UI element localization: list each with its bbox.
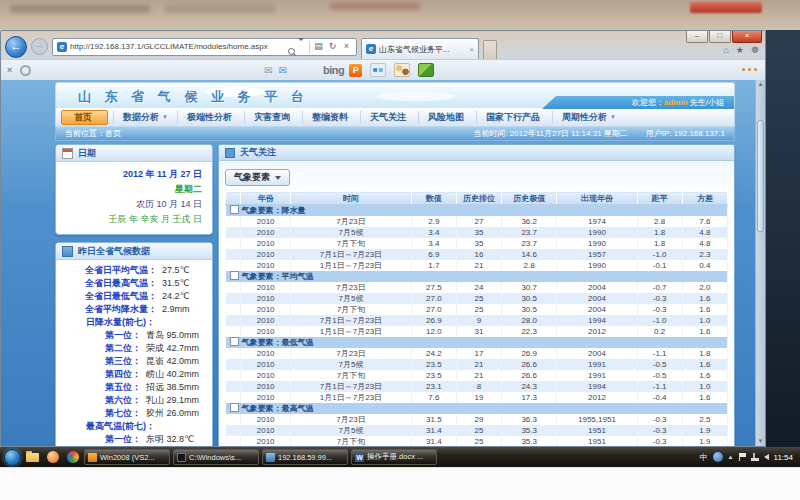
main-nav: 首页 数据分析 ▼ 极端性分析 [55,108,735,127]
browser-titlebar: ← → e http://192.168.137.1/GLCCLIMATE/mo… [1,31,765,59]
favorites-star-icon[interactable]: ★ [736,45,744,55]
section-header-row[interactable]: 气象要素：降水量 [226,205,728,217]
compat-view-icon[interactable]: ▤ [313,42,324,51]
show-hidden-icons[interactable]: ▲ [728,454,734,460]
maximize-button[interactable]: □ [709,31,731,43]
breadcrumb: 当前位置：首页 [65,128,121,139]
collapse-checkbox[interactable] [230,337,239,346]
section-header-row[interactable]: 气象要素：平均气温 [226,271,728,282]
nav-item[interactable]: 灾害查询 [244,111,302,124]
cell-rank: 31 [456,326,501,337]
browser-orb-icon[interactable] [64,450,81,465]
home-icon[interactable]: ⌂ [723,45,728,55]
taskbar-button-word[interactable]: W 操作手册.docx ... [351,449,437,465]
speaker-icon[interactable] [764,454,769,460]
nav-item[interactable]: 天气关注 [360,111,418,124]
action-center-flag-icon[interactable] [739,453,746,461]
cell-rank: 21 [456,370,501,381]
start-button[interactable] [4,449,21,466]
cell-year: 2010 [241,315,291,326]
collapse-checkbox[interactable] [230,205,239,214]
nav-item[interactable]: 极端性分析 [177,111,244,124]
vertical-scrollbar[interactable]: ▲ ▼ [755,80,765,446]
toolbar-addon-icon-2[interactable] [394,63,410,77]
taskbar-button-cmd[interactable]: C:\Windows\s... [173,449,259,465]
search-addon-icon[interactable]: P [349,64,362,77]
mail-icon[interactable]: ✉ [264,65,272,76]
nav-item[interactable]: 数据分析 ▼ [113,111,177,124]
stop-icon[interactable]: × [341,42,352,51]
cell-rank: 27 [456,216,501,227]
expander-cell [226,293,241,304]
toolbar-overflow-dots[interactable] [742,68,757,71]
address-bar[interactable]: e http://192.168.137.1/GLCCLIMATE/module… [52,38,357,56]
cell-time: 7月23日 [291,216,411,227]
cell-time: 7月1日～7月23日 [291,315,411,326]
element-filter-button[interactable]: 气象要素 [225,169,290,186]
nav-item[interactable]: 国家下行产品 [476,111,552,124]
media-player-icon[interactable] [44,450,61,465]
forward-button[interactable]: → [31,38,48,55]
tools-gear-icon[interactable]: ☸ [751,45,759,55]
table-row: 2010 7月23日 27.5 24 30.7 2004 -0.7 [226,282,728,293]
clock[interactable]: 11:54 [774,453,793,462]
rank-position: 第五位： [105,381,141,394]
nav-item[interactable]: 首页 [61,110,108,125]
cell-extreme-year: 1990 [557,260,637,271]
new-tab-button[interactable] [483,40,497,59]
scrollbar-thumb[interactable] [757,120,764,232]
section-header-row[interactable]: 气象要素：最低气温 [226,337,728,348]
tab-close-icon[interactable]: × [469,45,474,54]
collapse-checkbox[interactable] [230,271,239,280]
tab-title[interactable]: 山东省气候业务平... [379,44,466,55]
cmd-icon [177,453,186,462]
search-dropdown-icon[interactable] [295,42,306,51]
cell-value: 2.9 [411,216,456,227]
cell-rank: 29 [456,414,501,425]
section-header-row[interactable]: 气象要素：最高气温 [226,403,728,414]
expander-column-header [226,192,241,205]
ranking-item: 第七位： 胶州 26.0mm [62,407,206,420]
taskbar-button-remote[interactable]: 192.168.59.99... [262,449,348,465]
toolbar-addon-icon-1[interactable] [370,63,386,77]
refresh-icon[interactable]: ↻ [327,42,338,51]
nav-item[interactable]: 周期性分析 ▼ [552,111,625,124]
nav-item[interactable]: 风险地图 [418,111,476,124]
cell-time: 7月下旬 [291,370,411,381]
ranking-item: 第四位： 崂山 40.2mm [62,368,206,381]
url-text[interactable]: http://192.168.137.1/GLCCLIMATE/modules/… [70,42,278,51]
nav-item-label: 极端性分析 [187,111,232,124]
bing-logo[interactable]: bing [323,64,344,76]
network-globe-icon[interactable] [713,452,723,462]
taskbar-button-vm[interactable]: Win2008 (VS2... [84,449,170,465]
gregorian-date: 2012 年 11 月 27 日 [66,167,202,182]
back-button[interactable]: ← [5,36,27,58]
explorer-folder-icon[interactable] [24,450,41,465]
rank-position: 第一位： [105,329,141,342]
nav-item[interactable]: 整编资料 [302,111,360,124]
close-button[interactable]: × [732,31,762,43]
scroll-up-arrow[interactable]: ▲ [756,80,765,89]
cell-value: 26.9 [411,315,456,326]
ranking-item: 第五位： 招远 38.5mm [62,381,206,394]
cell-anomaly: -0.7 [637,282,682,293]
toolbar-addon-icon-3[interactable] [418,63,434,77]
cell-extreme: 35.3 [502,436,557,446]
cell-value: 7.6 [411,392,456,403]
cell-rank: 24 [456,282,501,293]
collapse-checkbox[interactable] [230,403,239,412]
scroll-down-arrow[interactable]: ▼ [756,437,765,446]
rank-value: 昆嵛 42.0mm [146,355,206,368]
browser-tab[interactable]: e 山东省气候业务平... × [361,38,479,59]
toolbar-blocked-icon[interactable] [20,65,31,76]
network-icon[interactable] [751,453,759,461]
stat-value: 24.2℃ [162,290,206,303]
mail-icon-blue[interactable]: ✉ [279,65,287,76]
cell-year: 2010 [241,414,291,425]
toolbar-close-icon[interactable]: × [7,65,12,75]
minimize-button[interactable]: – [686,31,708,43]
table-row: 2010 7月下旬 3.4 35 23.7 1990 1.8 4 [226,238,728,249]
cell-time: 7月23日 [291,348,411,359]
table-row: 2010 7月1日～7月23日 6.9 16 14.6 1957 -1.0 [226,249,728,260]
ime-language-indicator[interactable]: 中 [700,452,708,463]
